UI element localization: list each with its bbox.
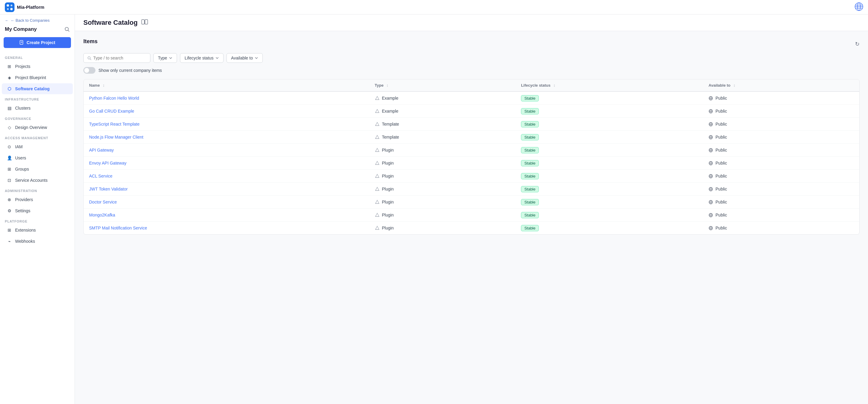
- available-filter-button[interactable]: Available to: [226, 53, 263, 63]
- svg-rect-16: [145, 20, 148, 24]
- globe-icon-1: [709, 109, 713, 114]
- sidebar-item-providers[interactable]: ⊗ Providers: [2, 194, 73, 205]
- item-link-7[interactable]: JWT Token Validator: [89, 187, 128, 191]
- chevron-down-icon-2: [215, 56, 219, 60]
- sort-name-icon[interactable]: ↕: [103, 83, 105, 88]
- search-input-wrap[interactable]: [83, 53, 150, 63]
- sidebar-item-design-overview[interactable]: ◇ Design Overview: [2, 122, 73, 133]
- cell-name-9: Mongo2Kafka: [84, 209, 369, 222]
- current-company-toggle[interactable]: [83, 67, 95, 74]
- svg-rect-0: [5, 2, 14, 12]
- item-link-0[interactable]: Python Falcon Hello World: [89, 96, 139, 100]
- globe-topbar-icon[interactable]: [855, 2, 863, 11]
- page-title: Software Catalog: [83, 19, 138, 27]
- item-link-6[interactable]: ACL Service: [89, 174, 112, 179]
- item-link-9[interactable]: Mongo2Kafka: [89, 213, 115, 217]
- available-value-1: Public: [715, 109, 727, 114]
- cell-type-1: Example: [369, 105, 516, 118]
- globe-icon-2: [709, 122, 713, 126]
- type-icon-3: [375, 135, 380, 139]
- sort-type-icon[interactable]: ↕: [386, 83, 389, 88]
- cell-lifecycle-5: Stable: [516, 157, 703, 170]
- sidebar-section-governance: GOVERNANCE: [0, 114, 74, 122]
- item-link-2[interactable]: TypeScript React Template: [89, 122, 140, 126]
- search-input-icon: [87, 56, 92, 60]
- item-link-5[interactable]: Envoy API Gateway: [89, 161, 127, 165]
- item-link-4[interactable]: API Gateway: [89, 148, 114, 153]
- cell-lifecycle-9: Stable: [516, 209, 703, 222]
- type-value-7: Plugin: [382, 187, 394, 191]
- available-value-10: Public: [715, 225, 727, 230]
- lifecycle-badge-2: Stable: [521, 121, 539, 127]
- sidebar-item-webhooks[interactable]: ⌁ Webhooks: [2, 236, 73, 247]
- sidebar-item-label: Design Overview: [15, 125, 47, 130]
- book-icon[interactable]: [141, 19, 148, 26]
- table-row: Go Call CRUD Example Example Stable: [84, 105, 859, 118]
- company-name-header: My Company: [0, 25, 74, 36]
- col-type: Type ↕: [369, 80, 516, 92]
- back-to-companies-link[interactable]: ← ← Back to Companies: [0, 14, 74, 25]
- item-link-8[interactable]: Doctor Service: [89, 199, 117, 205]
- item-link-10[interactable]: SMTP Mail Notification Service: [89, 225, 147, 230]
- svg-marker-32: [375, 135, 379, 138]
- available-value-8: Public: [715, 199, 727, 205]
- sidebar-item-users[interactable]: 👤 Users: [2, 153, 73, 163]
- sidebar-item-label: Webhooks: [15, 239, 35, 244]
- sidebar-item-label: Users: [15, 155, 26, 160]
- grid-icon: ⊞: [7, 64, 12, 69]
- cell-lifecycle-8: Stable: [516, 196, 703, 209]
- sidebar-item-label: Providers: [15, 197, 33, 202]
- sidebar-item-label: Project Blueprint: [15, 75, 46, 80]
- svg-line-11: [68, 31, 69, 32]
- globe-icon-7: [709, 187, 713, 191]
- cell-name-2: TypeScript React Template: [84, 118, 369, 131]
- cell-available-10: Public: [703, 222, 859, 235]
- table-row: Envoy API Gateway Plugin Stable: [84, 157, 859, 170]
- logo-text: Mia-Platform: [17, 4, 44, 10]
- back-arrow-icon: ←: [5, 18, 9, 23]
- svg-point-3: [7, 8, 9, 10]
- search-icon[interactable]: [64, 27, 70, 32]
- item-link-3[interactable]: Node.js Flow Manager Client: [89, 135, 144, 139]
- sidebar-item-label: Groups: [15, 167, 29, 172]
- sidebar-item-groups[interactable]: ⊞ Groups: [2, 164, 73, 175]
- sidebar-item-clusters[interactable]: ▤ Clusters: [2, 103, 73, 114]
- sidebar-item-projects[interactable]: ⊞ Projects: [2, 61, 73, 72]
- lifecycle-badge-3: Stable: [521, 134, 539, 141]
- refresh-button[interactable]: ↻: [855, 41, 860, 48]
- lifecycle-filter-button[interactable]: Lifecycle status: [180, 53, 223, 63]
- server-icon: ▤: [7, 105, 12, 111]
- logo: Mia-Platform: [5, 2, 44, 12]
- sort-lifecycle-icon[interactable]: ↕: [553, 83, 555, 88]
- globe-icon-5: [709, 161, 713, 165]
- sort-available-icon[interactable]: ↕: [733, 83, 736, 88]
- main-content: Software Catalog Items ↻ Type: [75, 0, 868, 404]
- cell-type-6: Plugin: [369, 170, 516, 183]
- available-value-5: Public: [715, 161, 727, 165]
- sidebar-item-extensions[interactable]: ⊞ Extensions: [2, 225, 73, 236]
- sidebar-item-label: IAM: [15, 144, 23, 149]
- search-input[interactable]: [93, 56, 147, 60]
- sidebar-item-service-accounts[interactable]: ⊡ Service Accounts: [2, 175, 73, 186]
- item-link-1[interactable]: Go Call CRUD Example: [89, 109, 134, 114]
- cell-lifecycle-0: Stable: [516, 92, 703, 105]
- sidebar-item-software-catalog[interactable]: ⬡ Software Catalog: [2, 83, 73, 94]
- type-icon-5: [375, 161, 380, 165]
- type-value-3: Template: [382, 135, 399, 139]
- create-project-button[interactable]: Create Project: [4, 37, 71, 48]
- type-value-8: Plugin: [382, 199, 394, 205]
- type-value-4: Plugin: [382, 148, 394, 153]
- sidebar-item-project-blueprint[interactable]: ◈ Project Blueprint: [2, 72, 73, 83]
- cell-lifecycle-3: Stable: [516, 131, 703, 144]
- sidebar-item-label: Projects: [15, 64, 31, 69]
- filters-row: Type Lifecycle status Available to: [83, 53, 860, 63]
- sidebar-item-settings[interactable]: ⚙ Settings: [2, 205, 73, 216]
- sidebar-item-iam[interactable]: ⊙ IAM: [2, 141, 73, 152]
- users-icon: 👤: [7, 155, 12, 161]
- extensions-icon: ⊞: [7, 227, 12, 233]
- lifecycle-badge-4: Stable: [521, 147, 539, 153]
- type-icon-0: [375, 96, 380, 100]
- cell-lifecycle-4: Stable: [516, 144, 703, 157]
- type-filter-button[interactable]: Type: [153, 53, 177, 63]
- svg-marker-36: [375, 148, 379, 152]
